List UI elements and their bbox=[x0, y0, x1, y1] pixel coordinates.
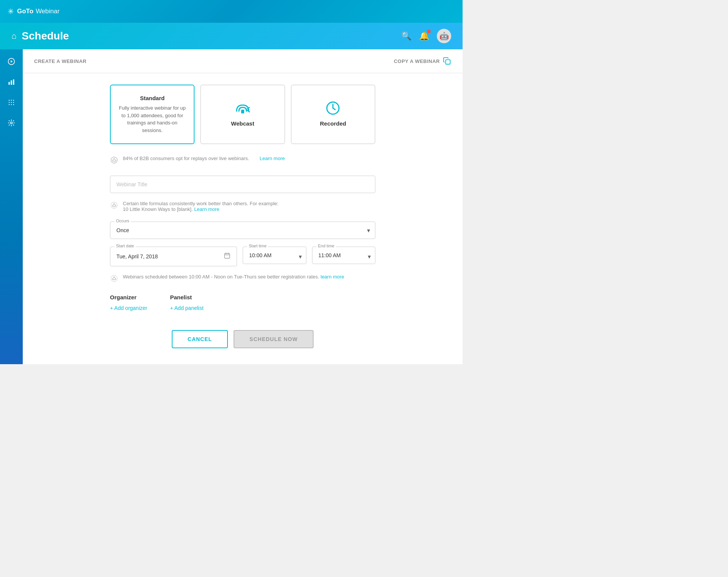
svg-point-8 bbox=[9, 102, 10, 103]
type-card-webcast[interactable]: Webcast bbox=[200, 85, 285, 144]
svg-point-6 bbox=[11, 100, 12, 101]
tip-b2b: 84% of B2B consumers opt for replays ove… bbox=[110, 156, 375, 166]
copy-webinar-button[interactable]: COPY A WEBINAR bbox=[394, 57, 451, 65]
home-icon: ⌂ bbox=[11, 31, 16, 41]
svg-point-11 bbox=[9, 104, 10, 105]
sidebar-item-play[interactable] bbox=[3, 53, 20, 70]
standard-title: Standard bbox=[140, 95, 165, 101]
cancel-button[interactable]: CANCEL bbox=[172, 330, 228, 348]
webcast-title: Webcast bbox=[231, 120, 254, 127]
tip1-link[interactable]: Learn more bbox=[260, 156, 285, 161]
end-time-label: End time bbox=[317, 244, 336, 248]
search-button[interactable]: 🔍 bbox=[401, 31, 411, 41]
logo-goto: GoTo bbox=[17, 8, 33, 15]
tip1-icon bbox=[110, 156, 118, 166]
form-area: Standard Fully interactive webinar for u… bbox=[91, 73, 394, 364]
organizer-col: Organizer + Add organizer bbox=[110, 294, 147, 311]
type-cards: Standard Fully interactive webinar for u… bbox=[110, 85, 375, 144]
tip2-icon bbox=[110, 201, 118, 211]
nav-icons: 🔍 🔔 🤖 bbox=[401, 29, 451, 43]
play-icon bbox=[8, 58, 15, 65]
svg-point-10 bbox=[13, 102, 14, 103]
svg-point-17 bbox=[248, 109, 249, 110]
standard-desc: Fully interactive webinar for up to 1,00… bbox=[118, 104, 186, 134]
tip3-text: Webinars scheduled between 10:00 AM - No… bbox=[123, 274, 344, 280]
panelist-label: Panelist bbox=[170, 294, 203, 300]
datetime-row: Start date Tue, April 7, 2018 bbox=[110, 247, 375, 266]
sidebar-item-grid[interactable] bbox=[3, 94, 20, 111]
svg-rect-4 bbox=[13, 79, 14, 85]
add-organizer-button[interactable]: + Add organizer bbox=[110, 305, 147, 311]
webinar-title-input[interactable] bbox=[110, 176, 375, 193]
page-title: Schedule bbox=[22, 30, 69, 42]
svg-point-14 bbox=[11, 122, 13, 124]
tip2-link[interactable]: Learn more bbox=[194, 206, 219, 212]
svg-rect-2 bbox=[9, 82, 10, 85]
schedule-now-button[interactable]: SCHEDULE NOW bbox=[234, 330, 314, 348]
layout: CREATE A WEBINAR COPY A WEBINAR Standard… bbox=[0, 49, 463, 364]
panelist-col: Panelist + Add panelist bbox=[170, 294, 203, 311]
notification-badge bbox=[427, 30, 431, 33]
create-webinar-title: CREATE A WEBINAR bbox=[34, 58, 86, 64]
start-time-select[interactable]: 9:00 AM 9:30 AM 10:00 AM 10:30 AM 11:00 … bbox=[243, 247, 306, 264]
recorded-title: Recorded bbox=[320, 120, 346, 127]
logo-webinar: Webinar bbox=[36, 8, 60, 15]
button-row: CANCEL SCHEDULE NOW bbox=[110, 322, 375, 360]
start-date-input[interactable]: Tue, April 7, 2018 bbox=[110, 247, 237, 266]
start-date-value: Tue, April 7, 2018 bbox=[116, 253, 158, 259]
svg-point-12 bbox=[11, 104, 12, 105]
occurs-select[interactable]: Once Daily Weekly Monthly bbox=[110, 222, 375, 239]
top-bar: ✳ GoToWebinar bbox=[0, 0, 463, 23]
start-date-label: Start date bbox=[115, 244, 136, 248]
end-time-field: End time 10:00 AM 10:30 AM 11:00 AM 11:3… bbox=[312, 247, 376, 266]
svg-rect-3 bbox=[11, 80, 12, 85]
start-time-field: Start time 9:00 AM 9:30 AM 10:00 AM 10:3… bbox=[243, 247, 306, 266]
organizer-label: Organizer bbox=[110, 294, 147, 300]
svg-point-5 bbox=[9, 100, 10, 101]
search-icon: 🔍 bbox=[401, 31, 411, 41]
occurs-label: Occurs bbox=[115, 219, 131, 223]
tip1-text: 84% of B2B consumers opt for replays ove… bbox=[123, 156, 249, 161]
gear-icon bbox=[8, 119, 15, 127]
end-time-select[interactable]: 10:00 AM 10:30 AM 11:00 AM 11:30 AM 12:0… bbox=[312, 247, 376, 264]
start-time-label: Start time bbox=[247, 244, 268, 248]
sidebar-item-settings[interactable] bbox=[3, 115, 20, 131]
sidebar-item-analytics[interactable] bbox=[3, 74, 20, 90]
avatar-icon: 🤖 bbox=[439, 31, 449, 41]
copy-webinar-label: COPY A WEBINAR bbox=[394, 58, 440, 64]
tip-timing: Webinars scheduled between 10:00 AM - No… bbox=[110, 274, 375, 285]
avatar[interactable]: 🤖 bbox=[437, 29, 451, 43]
add-panelist-button[interactable]: + Add panelist bbox=[170, 305, 203, 311]
svg-point-7 bbox=[13, 100, 14, 101]
svg-rect-15 bbox=[446, 60, 450, 64]
logo: ✳ GoToWebinar bbox=[8, 7, 60, 16]
webcast-icon bbox=[234, 99, 252, 117]
start-date-field: Start date Tue, April 7, 2018 bbox=[110, 247, 237, 266]
bar-chart-icon bbox=[8, 78, 15, 86]
notification-button[interactable]: 🔔 bbox=[419, 31, 429, 41]
svg-rect-23 bbox=[224, 253, 230, 258]
svg-point-13 bbox=[13, 104, 14, 105]
tip3-icon bbox=[110, 274, 118, 285]
logo-snowflake: ✳ bbox=[8, 7, 14, 16]
tip2-text: Certain title formulas consistently work… bbox=[123, 201, 278, 212]
nav-bar: ⌂ Schedule 🔍 🔔 🤖 bbox=[0, 23, 463, 49]
svg-marker-1 bbox=[11, 60, 13, 63]
occurs-group: Occurs Once Daily Weekly Monthly ▾ bbox=[110, 222, 375, 239]
svg-point-9 bbox=[11, 102, 12, 103]
main-content: CREATE A WEBINAR COPY A WEBINAR Standard… bbox=[23, 49, 463, 364]
tip-title: Certain title formulas consistently work… bbox=[110, 201, 375, 212]
page-header: CREATE A WEBINAR COPY A WEBINAR bbox=[23, 49, 463, 73]
type-card-standard[interactable]: Standard Fully interactive webinar for u… bbox=[110, 85, 195, 144]
type-card-recorded[interactable]: Recorded bbox=[291, 85, 375, 144]
tip3-link[interactable]: learn more bbox=[321, 274, 344, 280]
grid-icon bbox=[8, 99, 15, 106]
copy-icon bbox=[443, 57, 451, 65]
people-row: Organizer + Add organizer Panelist + Add… bbox=[110, 294, 375, 311]
sidebar bbox=[0, 49, 23, 364]
svg-rect-16 bbox=[241, 110, 244, 113]
recorded-icon bbox=[324, 99, 342, 117]
calendar-icon bbox=[224, 252, 231, 261]
